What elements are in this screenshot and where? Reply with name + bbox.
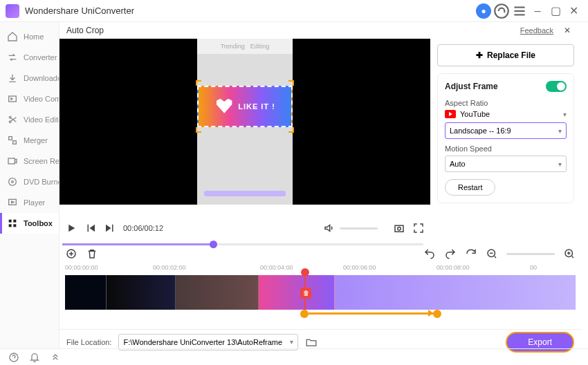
ruler-mark: 00	[530, 264, 537, 271]
crop-handle-bl[interactable]	[196, 127, 201, 133]
svg-rect-9	[8, 158, 15, 164]
sidebar-item-merger[interactable]: Merger	[0, 130, 59, 151]
file-location-value: F:\Wondershare UniConverter 13\AutoRefra…	[123, 338, 282, 346]
home-icon	[7, 31, 18, 42]
browse-folder-button[interactable]	[305, 336, 318, 348]
sidebar-item-label: Downloader	[24, 74, 59, 82]
svg-rect-7	[9, 137, 12, 140]
refresh-button[interactable]	[465, 247, 477, 260]
svg-rect-17	[395, 225, 403, 232]
sidebar-item-player[interactable]: Player	[0, 192, 59, 213]
timeline-segment[interactable]	[107, 275, 176, 310]
zoom-out-button[interactable]	[486, 247, 498, 260]
timeline-segment[interactable]	[335, 275, 576, 310]
statusbar	[0, 348, 588, 365]
crop-handle-tl[interactable]	[196, 80, 201, 86]
download-icon	[7, 73, 18, 84]
play-button[interactable]	[65, 222, 77, 234]
help-icon[interactable]	[8, 352, 19, 363]
time-ruler: 00:00:00:00 00:00:02:00 00:00:04:00 00:0…	[59, 264, 581, 275]
sidebar-item-downloader[interactable]: Downloader	[0, 68, 59, 88]
user-avatar[interactable]: ●	[475, 2, 493, 20]
preview-progress	[204, 191, 286, 196]
close-window-button[interactable]: ✕	[564, 2, 582, 20]
chevron-down-icon: ▾	[558, 160, 562, 168]
sidebar-item-label: Home	[24, 32, 44, 41]
video-progress-track[interactable]	[62, 243, 423, 245]
zoom-slider[interactable]	[506, 253, 555, 255]
redo-button[interactable]	[444, 247, 457, 260]
timeline-track[interactable]: 🗑	[65, 275, 576, 310]
sidebar-item-converter[interactable]: Converter	[0, 47, 59, 68]
timeline-segment[interactable]	[65, 275, 107, 310]
sidebar: Home Converter Downloader Video Compress…	[0, 22, 59, 348]
sidebar-item-dvd[interactable]: DVD Burner	[0, 171, 59, 192]
timeline-tools	[59, 243, 581, 264]
annotation-dot	[300, 310, 309, 318]
ruler-mark: 00:00:02:00	[153, 264, 186, 271]
app-title: Wondershare UniConverter	[25, 6, 475, 16]
prev-frame-button[interactable]	[84, 222, 97, 234]
sidebar-item-label: Player	[24, 198, 45, 207]
snapshot-icon[interactable]	[393, 222, 405, 234]
sidebar-item-editor[interactable]: Video Editor	[0, 109, 59, 130]
ruler-mark: 00:00:04:00	[260, 264, 293, 271]
crop-handle-br[interactable]	[288, 127, 294, 133]
sidebar-item-label: Converter	[24, 53, 57, 62]
svg-point-18	[398, 227, 401, 231]
svg-rect-8	[13, 141, 17, 144]
svg-point-22	[10, 353, 18, 362]
crop-frame[interactable]: TrendingEditing LIKE IT !	[197, 39, 293, 205]
svg-point-6	[9, 121, 11, 123]
video-preview[interactable]: TrendingEditing LIKE IT !	[59, 39, 430, 205]
compressor-icon	[7, 93, 18, 104]
fullscreen-icon[interactable]	[412, 222, 425, 234]
file-location-input[interactable]: F:\Wondershare UniConverter 13\AutoRefra…	[118, 334, 298, 350]
menu-icon[interactable]	[511, 2, 529, 20]
file-location-label: File Location:	[66, 338, 111, 346]
restart-button[interactable]: Restart	[445, 179, 495, 196]
aspect-ratio-select[interactable]: Landscape -- 16:9 ▾	[445, 122, 567, 139]
video-preview-area: TrendingEditing LIKE IT !	[59, 39, 430, 206]
volume-icon[interactable]	[323, 222, 336, 234]
ruler-mark: 00:00:08:00	[437, 264, 470, 271]
autocrop-header: Auto Crop Feedback ✕	[59, 22, 581, 39]
next-frame-button[interactable]	[104, 222, 116, 234]
notification-icon[interactable]	[29, 352, 40, 363]
converter-icon	[7, 52, 18, 63]
feedback-link[interactable]: Feedback	[520, 26, 553, 35]
chevron-down-icon[interactable]: ▾	[563, 111, 567, 118]
svg-point-5	[9, 116, 11, 118]
svg-point-11	[12, 181, 14, 183]
heart-icon	[214, 97, 234, 116]
minimize-button[interactable]: –	[529, 2, 546, 20]
preview-tab: Editing	[250, 43, 270, 50]
replace-file-button[interactable]: ✚ Replace File	[437, 44, 574, 66]
sidebar-item-toolbox[interactable]: Toolbox	[0, 213, 59, 234]
timeline-segment[interactable]	[176, 275, 259, 310]
zoom-in-button[interactable]	[563, 247, 576, 260]
motion-speed-select[interactable]: Auto ▾	[445, 156, 567, 172]
maximize-button[interactable]: ▢	[546, 2, 564, 20]
transfer-icon[interactable]	[50, 352, 61, 363]
delete-clip-button[interactable]	[86, 247, 98, 260]
recorder-icon	[7, 156, 18, 167]
sidebar-item-label: DVD Burner	[24, 178, 59, 186]
svg-point-0	[495, 4, 508, 18]
timeline-segment[interactable]	[259, 275, 335, 310]
annotation-dot	[433, 310, 441, 318]
like-text: LIKE IT !	[238, 102, 275, 111]
sidebar-item-home[interactable]: Home	[0, 26, 59, 47]
crop-handle-tr[interactable]	[288, 80, 294, 86]
delete-marker-icon[interactable]: 🗑	[300, 288, 311, 299]
timecode: 00:06/00:12	[123, 224, 163, 232]
undo-button[interactable]	[423, 247, 436, 260]
titlebar: Wondershare UniConverter ● – ▢ ✕	[0, 0, 588, 22]
volume-slider[interactable]	[340, 227, 378, 230]
sidebar-item-recorder[interactable]: Screen Recorder	[0, 151, 59, 171]
add-marker-button[interactable]	[65, 247, 77, 260]
adjust-frame-toggle[interactable]	[546, 81, 567, 92]
support-icon[interactable]	[493, 2, 511, 20]
close-panel-button[interactable]: ✕	[560, 24, 574, 37]
sidebar-item-compressor[interactable]: Video Compressor	[0, 88, 59, 109]
